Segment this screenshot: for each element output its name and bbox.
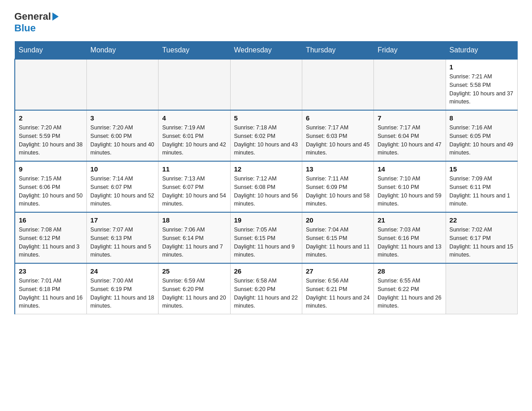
day-number: 18 bbox=[162, 216, 226, 224]
day-info: Sunrise: 6:58 AMSunset: 6:20 PMDaylight:… bbox=[234, 277, 298, 310]
calendar-cell: 18Sunrise: 7:06 AMSunset: 6:14 PMDayligh… bbox=[159, 212, 230, 263]
calendar-cell bbox=[446, 263, 517, 314]
calendar-cell: 17Sunrise: 7:07 AMSunset: 6:13 PMDayligh… bbox=[86, 212, 158, 263]
day-info: Sunrise: 6:59 AMSunset: 6:20 PMDaylight:… bbox=[162, 277, 226, 310]
day-number: 13 bbox=[306, 165, 370, 173]
header-tuesday: Tuesday bbox=[159, 42, 230, 60]
day-info: Sunrise: 7:17 AMSunset: 6:04 PMDaylight:… bbox=[378, 124, 442, 157]
day-number: 2 bbox=[19, 114, 83, 122]
day-info: Sunrise: 7:08 AMSunset: 6:12 PMDaylight:… bbox=[19, 226, 83, 259]
calendar-table: SundayMondayTuesdayWednesdayThursdayFrid… bbox=[14, 41, 518, 314]
day-info: Sunrise: 7:14 AMSunset: 6:07 PMDaylight:… bbox=[90, 175, 154, 208]
day-number: 23 bbox=[19, 267, 83, 275]
calendar-cell: 24Sunrise: 7:00 AMSunset: 6:19 PMDayligh… bbox=[86, 263, 158, 314]
calendar-week-1: 1Sunrise: 7:21 AMSunset: 5:58 PMDaylight… bbox=[15, 59, 518, 110]
day-number: 16 bbox=[19, 216, 83, 224]
day-number: 10 bbox=[90, 165, 154, 173]
calendar-cell: 15Sunrise: 7:09 AMSunset: 6:11 PMDayligh… bbox=[446, 161, 517, 212]
day-info: Sunrise: 6:55 AMSunset: 6:22 PMDaylight:… bbox=[378, 277, 442, 310]
day-info: Sunrise: 7:02 AMSunset: 6:17 PMDaylight:… bbox=[450, 226, 514, 259]
day-number: 25 bbox=[162, 267, 226, 275]
day-number: 6 bbox=[306, 114, 370, 122]
day-number: 4 bbox=[162, 114, 226, 122]
day-number: 9 bbox=[19, 165, 83, 173]
day-info: Sunrise: 7:10 AMSunset: 6:10 PMDaylight:… bbox=[378, 175, 442, 208]
logo-line2: Blue bbox=[14, 22, 36, 34]
calendar-cell: 25Sunrise: 6:59 AMSunset: 6:20 PMDayligh… bbox=[159, 263, 230, 314]
calendar-cell: 8Sunrise: 7:16 AMSunset: 6:05 PMDaylight… bbox=[446, 110, 517, 161]
logo-arrow-icon bbox=[52, 13, 59, 21]
calendar-cell: 11Sunrise: 7:13 AMSunset: 6:07 PMDayligh… bbox=[159, 161, 230, 212]
calendar-cell: 1Sunrise: 7:21 AMSunset: 5:58 PMDaylight… bbox=[446, 59, 517, 110]
day-number: 12 bbox=[234, 165, 298, 173]
day-info: Sunrise: 7:12 AMSunset: 6:08 PMDaylight:… bbox=[234, 175, 298, 208]
header-sunday: Sunday bbox=[15, 42, 86, 60]
day-number: 3 bbox=[90, 114, 154, 122]
header-row: SundayMondayTuesdayWednesdayThursdayFrid… bbox=[15, 42, 518, 60]
day-info: Sunrise: 7:00 AMSunset: 6:19 PMDaylight:… bbox=[90, 277, 154, 310]
day-info: Sunrise: 7:05 AMSunset: 6:15 PMDaylight:… bbox=[234, 226, 298, 259]
calendar-week-4: 16Sunrise: 7:08 AMSunset: 6:12 PMDayligh… bbox=[15, 212, 518, 263]
day-info: Sunrise: 7:11 AMSunset: 6:09 PMDaylight:… bbox=[306, 175, 370, 208]
day-number: 1 bbox=[450, 63, 514, 71]
calendar-cell bbox=[302, 59, 373, 110]
calendar-cell bbox=[374, 59, 446, 110]
day-info: Sunrise: 7:03 AMSunset: 6:16 PMDaylight:… bbox=[378, 226, 442, 259]
calendar-cell: 22Sunrise: 7:02 AMSunset: 6:17 PMDayligh… bbox=[446, 212, 517, 263]
day-info: Sunrise: 7:06 AMSunset: 6:14 PMDaylight:… bbox=[162, 226, 226, 259]
day-number: 11 bbox=[162, 165, 226, 173]
day-info: Sunrise: 7:15 AMSunset: 6:06 PMDaylight:… bbox=[19, 175, 83, 208]
day-info: Sunrise: 6:56 AMSunset: 6:21 PMDaylight:… bbox=[306, 277, 370, 310]
day-info: Sunrise: 7:01 AMSunset: 6:18 PMDaylight:… bbox=[19, 277, 83, 310]
calendar-header: SundayMondayTuesdayWednesdayThursdayFrid… bbox=[15, 42, 518, 60]
day-info: Sunrise: 7:09 AMSunset: 6:11 PMDaylight:… bbox=[450, 175, 514, 208]
header-thursday: Thursday bbox=[302, 42, 373, 60]
day-info: Sunrise: 7:04 AMSunset: 6:15 PMDaylight:… bbox=[306, 226, 370, 259]
calendar-cell: 3Sunrise: 7:20 AMSunset: 6:00 PMDaylight… bbox=[86, 110, 158, 161]
day-number: 15 bbox=[450, 165, 514, 173]
day-info: Sunrise: 7:17 AMSunset: 6:03 PMDaylight:… bbox=[306, 124, 370, 157]
day-number: 22 bbox=[450, 216, 514, 224]
day-info: Sunrise: 7:16 AMSunset: 6:05 PMDaylight:… bbox=[450, 124, 514, 157]
calendar-cell: 4Sunrise: 7:19 AMSunset: 6:01 PMDaylight… bbox=[159, 110, 230, 161]
calendar-cell: 21Sunrise: 7:03 AMSunset: 6:16 PMDayligh… bbox=[374, 212, 446, 263]
calendar-cell bbox=[86, 59, 158, 110]
calendar-cell: 10Sunrise: 7:14 AMSunset: 6:07 PMDayligh… bbox=[86, 161, 158, 212]
header-saturday: Saturday bbox=[446, 42, 517, 60]
calendar-cell bbox=[159, 59, 230, 110]
calendar-cell: 19Sunrise: 7:05 AMSunset: 6:15 PMDayligh… bbox=[230, 212, 302, 263]
day-number: 20 bbox=[306, 216, 370, 224]
day-number: 7 bbox=[378, 114, 442, 122]
calendar-body: 1Sunrise: 7:21 AMSunset: 5:58 PMDaylight… bbox=[15, 59, 518, 314]
calendar-cell: 5Sunrise: 7:18 AMSunset: 6:02 PMDaylight… bbox=[230, 110, 302, 161]
header-wednesday: Wednesday bbox=[230, 42, 302, 60]
day-number: 14 bbox=[378, 165, 442, 173]
calendar-cell bbox=[230, 59, 302, 110]
calendar-week-3: 9Sunrise: 7:15 AMSunset: 6:06 PMDaylight… bbox=[15, 161, 518, 212]
calendar-cell: 26Sunrise: 6:58 AMSunset: 6:20 PMDayligh… bbox=[230, 263, 302, 314]
logo-blue-label: Blue bbox=[14, 22, 36, 34]
day-number: 17 bbox=[90, 216, 154, 224]
logo-line1: General bbox=[14, 11, 60, 22]
day-number: 27 bbox=[306, 267, 370, 275]
calendar-cell: 20Sunrise: 7:04 AMSunset: 6:15 PMDayligh… bbox=[302, 212, 373, 263]
calendar-cell: 27Sunrise: 6:56 AMSunset: 6:21 PMDayligh… bbox=[302, 263, 373, 314]
calendar-week-2: 2Sunrise: 7:20 AMSunset: 5:59 PMDaylight… bbox=[15, 110, 518, 161]
calendar-cell: 13Sunrise: 7:11 AMSunset: 6:09 PMDayligh… bbox=[302, 161, 373, 212]
day-info: Sunrise: 7:20 AMSunset: 6:00 PMDaylight:… bbox=[90, 124, 154, 157]
day-info: Sunrise: 7:13 AMSunset: 6:07 PMDaylight:… bbox=[162, 175, 226, 208]
day-number: 5 bbox=[234, 114, 298, 122]
day-info: Sunrise: 7:07 AMSunset: 6:13 PMDaylight:… bbox=[90, 226, 154, 259]
day-info: Sunrise: 7:21 AMSunset: 5:58 PMDaylight:… bbox=[450, 73, 514, 106]
calendar-cell: 16Sunrise: 7:08 AMSunset: 6:12 PMDayligh… bbox=[15, 212, 86, 263]
page-header: General Blue bbox=[14, 11, 518, 34]
logo: General Blue bbox=[14, 11, 60, 34]
day-number: 21 bbox=[378, 216, 442, 224]
day-info: Sunrise: 7:18 AMSunset: 6:02 PMDaylight:… bbox=[234, 124, 298, 157]
calendar-cell: 7Sunrise: 7:17 AMSunset: 6:04 PMDaylight… bbox=[374, 110, 446, 161]
calendar-cell: 28Sunrise: 6:55 AMSunset: 6:22 PMDayligh… bbox=[374, 263, 446, 314]
calendar-cell bbox=[15, 59, 86, 110]
calendar-cell: 12Sunrise: 7:12 AMSunset: 6:08 PMDayligh… bbox=[230, 161, 302, 212]
day-number: 28 bbox=[378, 267, 442, 275]
header-monday: Monday bbox=[86, 42, 158, 60]
